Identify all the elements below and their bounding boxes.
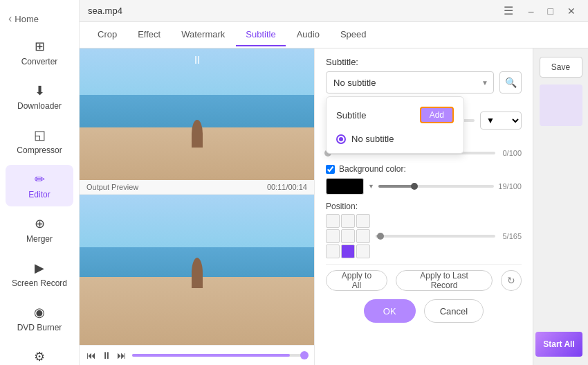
back-arrow-icon: ‹ — [8, 12, 12, 25]
sidebar-item-converter[interactable]: ⊞ Converter — [6, 32, 73, 73]
pos-cell-3[interactable] — [356, 214, 370, 228]
sidebar-item-dvd-burner[interactable]: ◉ DVD Burner — [6, 298, 73, 339]
background-row: Background color: — [326, 164, 522, 174]
position-grid — [326, 214, 370, 258]
bottom-actions-bar: Apply to All Apply to Last Record ↻ — [326, 264, 522, 295]
downloader-icon: ⬇ — [35, 83, 45, 98]
title-bar: sea.mp4 ☰ – □ ✕ — [80, 0, 588, 22]
main-window: sea.mp4 ☰ – □ ✕ Crop Effect Watermark Su… — [80, 0, 588, 365]
apply-all-button[interactable]: Apply to All — [326, 270, 387, 291]
progress-fill — [132, 354, 290, 357]
sidebar-item-label: Downloader — [17, 101, 62, 111]
dropdown-header: Subtitle Add — [327, 101, 463, 129]
sidebar-item-editor[interactable]: ✏ Editor — [6, 165, 73, 206]
subtitle-label: Subtitle: — [326, 57, 522, 67]
title-bar-left: sea.mp4 — [88, 6, 122, 16]
sidebar: ‹ Home ⊞ Converter ⬇ Downloader ◱ Compre… — [0, 0, 80, 365]
pos-cell-2[interactable] — [341, 214, 355, 228]
window-title: sea.mp4 — [88, 6, 122, 16]
sidebar-item-tools[interactable]: ⚙ Tools — [6, 342, 73, 365]
apply-last-button[interactable]: Apply to Last Record — [396, 270, 493, 291]
right-settings-panel: Subtitle: No subtitle ▼ 🔍 Subtitle Add — [315, 48, 533, 365]
background-checkbox[interactable] — [326, 165, 335, 174]
sidebar-item-label: Converter — [21, 57, 58, 66]
sidebar-item-downloader[interactable]: ⬇ Downloader — [6, 76, 73, 118]
converter-icon: ⊞ — [35, 39, 45, 54]
add-subtitle-button[interactable]: Add — [420, 107, 454, 123]
pos-cell-5[interactable] — [341, 229, 355, 243]
start-all-button[interactable]: Start All — [535, 332, 582, 357]
output-preview-bar: Output Preview 00:11/00:14 — [80, 180, 314, 195]
background-color-swatch[interactable] — [326, 178, 364, 195]
subtitle-select[interactable]: No subtitle — [326, 71, 494, 94]
ok-button[interactable]: OK — [364, 299, 416, 323]
screen-record-icon: ▶ — [35, 260, 44, 276]
sidebar-item-screen-record[interactable]: ▶ Screen Record — [6, 253, 73, 295]
pos-cell-4[interactable] — [326, 229, 340, 243]
progress-bar[interactable] — [132, 354, 307, 357]
bg-opacity-fill — [378, 185, 413, 188]
right-edge-panel: Save Start All — [533, 48, 588, 365]
pos-cell-7[interactable] — [326, 244, 340, 258]
opacity-value: 0/100 — [501, 149, 522, 157]
color-swatch-row: ▼ 19/100 — [326, 178, 522, 195]
radio-no-subtitle — [336, 134, 346, 144]
background-label: Background color: — [339, 164, 406, 174]
video-top-frame: ⏸ — [80, 48, 314, 180]
skip-back-button[interactable]: ⏮ — [86, 350, 96, 361]
tab-subtitle[interactable]: Subtitle — [236, 24, 285, 46]
no-subtitle-label: No subtitle — [351, 134, 394, 144]
subtitle-select-wrapper: No subtitle ▼ — [326, 71, 494, 94]
tab-crop[interactable]: Crop — [88, 24, 127, 46]
video-bottom-frame — [80, 195, 314, 345]
sidebar-item-label: Screen Record — [12, 278, 67, 288]
output-time: 00:11/00:14 — [267, 183, 307, 191]
tools-icon: ⚙ — [34, 349, 45, 364]
tab-watermark[interactable]: Watermark — [172, 24, 235, 46]
ok-cancel-row: OK Cancel — [326, 295, 522, 327]
video-controls: ⏮ ⏸ ⏭ — [80, 345, 314, 365]
pos-cell-9[interactable] — [356, 244, 370, 258]
tab-effect[interactable]: Effect — [128, 24, 170, 46]
position-label: Position: — [326, 202, 522, 211]
close-button[interactable]: ✕ — [563, 4, 580, 18]
dropdown-no-subtitle[interactable]: No subtitle — [327, 129, 463, 149]
cancel-button[interactable]: Cancel — [424, 299, 484, 323]
bg-opacity-thumb — [411, 183, 418, 190]
bg-opacity-slider[interactable] — [378, 185, 494, 188]
compressor-icon: ◱ — [34, 127, 46, 143]
tab-audio[interactable]: Audio — [287, 24, 329, 46]
subtitle-search-button[interactable]: 🔍 — [499, 71, 522, 94]
refresh-button[interactable]: ↻ — [501, 270, 522, 291]
minimize-button[interactable]: – — [524, 4, 538, 18]
merger-icon: ⊕ — [35, 216, 45, 231]
maximize-button[interactable]: □ — [544, 4, 558, 18]
sidebar-item-label: Merger — [26, 234, 53, 244]
tab-speed[interactable]: Speed — [331, 24, 376, 46]
sidebar-item-merger[interactable]: ⊕ Merger — [6, 209, 73, 251]
position-slider[interactable] — [376, 235, 495, 238]
dropdown-title: Subtitle — [336, 110, 366, 121]
progress-thumb — [300, 351, 309, 359]
position-value: 5/165 — [501, 232, 522, 240]
sidebar-item-label: Editor — [28, 190, 50, 199]
outline-color-select[interactable]: ▼ — [480, 112, 522, 130]
title-bar-right: ☰ – □ ✕ — [504, 4, 580, 18]
content-area: ⏸ Output Preview 00:11/00:14 ⏮ ⏸ ⏭ — [80, 48, 588, 365]
subtitle-row: No subtitle ▼ 🔍 Subtitle Add No subtitle — [326, 71, 522, 94]
bottom-figure — [192, 258, 203, 288]
back-home-button[interactable]: ‹ Home — [0, 7, 79, 30]
editor-icon: ✏ — [35, 172, 45, 187]
pos-cell-6[interactable] — [356, 229, 370, 243]
menu-icon[interactable]: ☰ — [504, 4, 513, 17]
position-thumb — [377, 233, 384, 240]
video-overlay-icon: ⏸ — [192, 54, 203, 66]
sidebar-item-compressor[interactable]: ◱ Compressor — [6, 121, 73, 162]
pos-cell-1[interactable] — [326, 214, 340, 228]
pause-button[interactable]: ⏸ — [102, 350, 111, 361]
skip-forward-button[interactable]: ⏭ — [117, 350, 127, 361]
save-button[interactable]: Save — [540, 57, 582, 78]
sidebar-item-label: DVD Burner — [17, 323, 62, 332]
pos-cell-8[interactable] — [341, 244, 355, 258]
output-preview-label: Output Preview — [86, 183, 138, 191]
